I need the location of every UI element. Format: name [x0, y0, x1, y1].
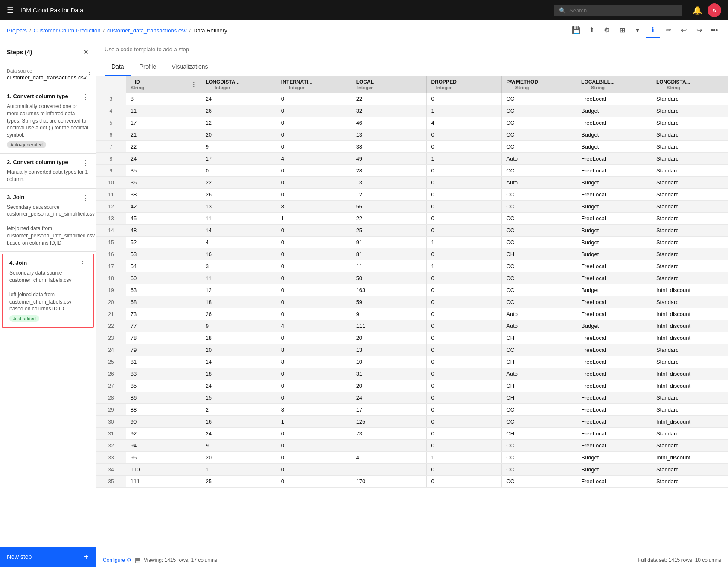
- table-cell: 0: [201, 165, 277, 177]
- table-cell: Budget: [577, 320, 652, 332]
- settings-icon[interactable]: ⚙: [600, 24, 614, 38]
- table-cell: 17: [352, 404, 427, 416]
- table-cell: Standard: [652, 237, 728, 248]
- table-cell: FreeLocal: [577, 428, 652, 440]
- redo-icon[interactable]: ↪: [692, 24, 706, 38]
- edit-icon[interactable]: ✏: [661, 24, 675, 38]
- sidebar: Steps (4) ✕ Data source customer_data_tr…: [0, 41, 96, 567]
- table-cell: Standard: [652, 153, 728, 165]
- search-bar[interactable]: 🔍: [554, 5, 682, 16]
- step-3-card[interactable]: 3. Join ⋮ Secondary data source customer…: [0, 189, 96, 252]
- table-cell: 83: [126, 368, 201, 380]
- step-4-menu-icon[interactable]: ⋮: [79, 260, 86, 268]
- table-cell: 1: [427, 105, 502, 117]
- table-cell: 0: [277, 165, 352, 177]
- table-cell: Standard: [652, 248, 728, 260]
- row-number: 15: [96, 237, 126, 248]
- table-cell: 20: [201, 344, 277, 356]
- table-cell: 24: [352, 392, 427, 404]
- data-source-menu-icon[interactable]: ⋮: [86, 68, 93, 76]
- table-cell: 54: [126, 260, 201, 272]
- table-row: 517120464CCFreeLocalStandard: [96, 117, 728, 129]
- table-cell: 63: [126, 284, 201, 296]
- table-row: 19631201630CCBudgetIntnl_discount: [96, 284, 728, 296]
- table-cell: 0: [427, 344, 502, 356]
- table-cell: CC: [502, 272, 577, 284]
- table-cell: 0: [277, 368, 352, 380]
- step-1-title: 1. Convert column type: [7, 93, 68, 99]
- more-icon[interactable]: •••: [708, 24, 721, 38]
- step-2-header: 2. Convert column type ⋮: [7, 159, 89, 167]
- table-cell: 0: [277, 476, 352, 488]
- step-2-menu-icon[interactable]: ⋮: [82, 159, 89, 167]
- breadcrumb-projects[interactable]: Projects: [7, 27, 27, 34]
- tab-data[interactable]: Data: [105, 58, 131, 76]
- new-step-footer[interactable]: New step +: [0, 547, 96, 567]
- table-cell: 163: [352, 284, 427, 296]
- table-cell: 0: [427, 476, 502, 488]
- row-number: 9: [96, 165, 126, 177]
- status-left: Configure ⚙ ▤ Viewing: 1415 rows, 17 col…: [103, 557, 217, 564]
- avatar[interactable]: A: [708, 3, 721, 17]
- table-row: 1345111220CCFreeLocalStandard: [96, 213, 728, 225]
- table-cell: 0: [277, 237, 352, 248]
- table-cell: FreeLocal: [577, 213, 652, 225]
- table-cell: 52: [126, 237, 201, 248]
- sidebar-close-button[interactable]: ✕: [83, 48, 89, 56]
- table-cell: 36: [126, 177, 201, 189]
- col-header-id: ID String ⋮: [126, 76, 201, 93]
- configure-button[interactable]: Configure ⚙: [103, 557, 131, 563]
- table-cell: 11: [201, 272, 277, 284]
- table-cell: Budget: [577, 105, 652, 117]
- table-cell: 13: [352, 344, 427, 356]
- table-cell: Intnl_discount: [652, 284, 728, 296]
- breadcrumb-project-name[interactable]: Customer Churn Prediction: [34, 27, 101, 34]
- col-id-menu[interactable]: ⋮: [191, 81, 197, 88]
- breadcrumb-sep-2: /: [103, 27, 105, 34]
- data-source-label: Data source: [7, 68, 86, 73]
- table-cell: Standard: [652, 165, 728, 177]
- step-1-card[interactable]: 1. Convert column type ⋮ Automatically c…: [0, 88, 96, 154]
- table-cell: Intnl_discount: [652, 416, 728, 428]
- save-icon[interactable]: 💾: [569, 24, 583, 38]
- table-cell: 0: [277, 129, 352, 141]
- table-cell: 13: [352, 129, 427, 141]
- table-cell: Intnl_discount: [652, 380, 728, 392]
- undo-icon[interactable]: ↩: [677, 24, 690, 38]
- table-row: 1138260120CCFreeLocalStandard: [96, 189, 728, 201]
- step-3-menu-icon[interactable]: ⋮: [82, 194, 89, 202]
- step-2-card[interactable]: 2. Convert column type ⋮ Manually conver…: [0, 154, 96, 189]
- table-cell: 20: [201, 129, 277, 141]
- table-cell: Standard: [652, 129, 728, 141]
- chevron-down-icon[interactable]: ▾: [631, 24, 644, 38]
- table-cell: 21: [126, 129, 201, 141]
- search-input[interactable]: [569, 7, 677, 14]
- table-cell: CC: [502, 213, 577, 225]
- step-4-card[interactable]: 4. Join ⋮ Secondary data source customer…: [2, 254, 94, 328]
- tab-visualizations[interactable]: Visualizations: [165, 58, 215, 76]
- content-area: Use a code template to add a step Data P…: [96, 41, 728, 567]
- table-row: 2479208130CCFreeLocalStandard: [96, 344, 728, 356]
- table-row: 175430111CCFreeLocalStandard: [96, 260, 728, 272]
- table-cell: FreeLocal: [577, 368, 652, 380]
- grid-icon[interactable]: ⊞: [615, 24, 629, 38]
- table-cell: 0: [277, 464, 352, 476]
- table-cell: Budget: [577, 177, 652, 189]
- upload-icon[interactable]: ⬆: [585, 24, 598, 38]
- info-icon[interactable]: ℹ: [646, 24, 660, 38]
- notification-icon[interactable]: 🔔: [689, 2, 706, 19]
- table-cell: 24: [201, 93, 277, 105]
- step-1-menu-icon[interactable]: ⋮: [82, 93, 89, 101]
- data-source-card[interactable]: Data source customer_data_transactions.c…: [0, 63, 96, 88]
- table-cell: CC: [502, 464, 577, 476]
- table-cell: 38: [352, 141, 427, 153]
- breadcrumb-sep-1: /: [29, 27, 31, 34]
- table-cell: Intnl_discount: [652, 332, 728, 344]
- row-number: 16: [96, 248, 126, 260]
- breadcrumb-file-name[interactable]: customer_data_transactions.csv: [107, 27, 186, 34]
- table-cell: Standard: [652, 476, 728, 488]
- menu-icon[interactable]: ☰: [7, 6, 14, 15]
- table-cell: 1: [427, 237, 502, 248]
- table-cell: CC: [502, 189, 577, 201]
- tab-profile[interactable]: Profile: [133, 58, 163, 76]
